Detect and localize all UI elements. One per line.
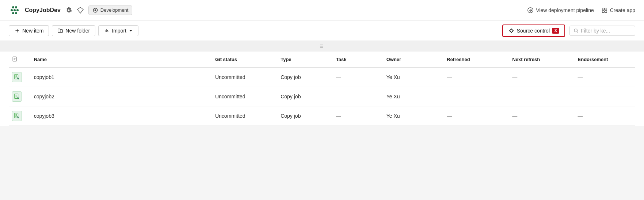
row-icon-cell [9,68,31,87]
row-next-refresh: — [509,87,575,106]
view-deployment-pipeline-button[interactable]: View deployment pipeline [527,7,594,14]
svg-rect-10 [602,8,604,10]
svg-point-1 [15,6,17,8]
toolbar-left: New item New folder Import [9,25,138,36]
create-app-label: Create app [610,7,635,13]
row-owner: Ye Xu [384,87,444,106]
col-header-task[interactable]: Task [333,52,384,68]
app-title: CopyJobDev [25,7,61,14]
svg-rect-25 [15,76,17,76]
svg-rect-35 [15,116,16,117]
col-header-icon [9,52,31,68]
row-name: copyjob3 [31,106,212,126]
import-label: Import [112,28,126,34]
header-right: View deployment pipeline Create app [527,7,635,14]
row-git-status: Uncommitted [212,68,278,87]
svg-point-0 [12,6,14,8]
source-control-badge: 3 [552,28,559,34]
svg-point-5 [12,12,14,14]
diamond-icon[interactable] [77,7,84,14]
row-task: — [333,68,384,87]
svg-rect-33 [15,114,17,115]
new-item-label: New item [22,28,43,34]
svg-point-8 [94,9,96,11]
col-header-nextrefresh[interactable]: Next refresh [509,52,575,68]
source-control-label: Source control [517,28,550,34]
row-endorsement: — [575,68,635,87]
table-header-row: Name Git status Type Task Owner Refreshe… [9,52,635,68]
pipeline-icon [527,7,534,14]
row-owner: Ye Xu [384,106,444,126]
toolbar-right: Source control 3 Filter by ke... [502,24,635,37]
svg-point-6 [15,12,17,14]
dev-badge-label: Development [100,7,129,13]
table-row[interactable]: copyjob2 Uncommitted Copy job — Ye Xu — … [9,87,635,106]
svg-point-3 [14,9,16,11]
svg-rect-30 [15,96,17,96]
search-icon [573,28,579,33]
row-owner: Ye Xu [384,68,444,87]
app-logo [9,4,20,16]
import-icon [104,28,110,34]
source-control-icon [508,27,515,34]
svg-marker-7 [77,7,83,13]
filter-placeholder: Filter by ke... [581,28,610,34]
source-control-button[interactable]: Source control 3 [502,24,565,37]
view-pipeline-label: View deployment pipeline [536,7,594,13]
filter-input-container[interactable]: Filter by ke... [569,26,635,36]
col-header-endorsement[interactable]: Endorsement [575,52,635,68]
row-task: — [333,87,384,106]
svg-rect-27 [15,78,16,78]
new-folder-label: New folder [65,28,90,34]
row-type: Copy job [278,106,333,126]
drag-handle[interactable]: ≡ [0,41,644,52]
row-name: copyjob2 [31,87,212,106]
chevron-down-icon [129,29,133,33]
row-next-refresh: — [509,106,575,126]
row-task: — [333,106,384,126]
svg-rect-31 [15,97,16,97]
table-row[interactable]: copyjob3 Uncommitted Copy job — Ye Xu — … [9,106,635,126]
col-header-type[interactable]: Type [278,52,333,68]
new-folder-button[interactable]: New folder [52,25,95,36]
import-button[interactable]: Import [98,25,138,36]
table-row[interactable]: copyjob1 Uncommitted Copy job — Ye Xu — … [9,68,635,87]
items-table: Name Git status Type Task Owner Refreshe… [9,52,635,126]
col-header-owner[interactable]: Owner [384,52,444,68]
environment-icon [92,7,98,13]
row-type: Copy job [278,87,333,106]
row-git-status: Uncommitted [212,106,278,126]
create-app-button[interactable]: Create app [601,7,635,14]
copyjob-icon [12,72,22,82]
svg-rect-13 [605,10,607,12]
row-refreshed: — [444,87,509,106]
dev-environment-badge[interactable]: Development [88,5,133,15]
toolbar: New item New folder Import Source contro… [0,20,644,41]
row-name: copyjob1 [31,68,212,87]
plus-icon [14,28,20,34]
svg-point-4 [16,9,19,11]
drag-handle-icon: ≡ [320,42,324,50]
col-header-name[interactable]: Name [31,52,212,68]
row-icon-cell [9,106,31,126]
row-next-refresh: — [509,68,575,87]
copyjob-icon [12,111,22,121]
row-refreshed: — [444,68,509,87]
svg-line-19 [577,31,578,33]
svg-rect-29 [15,95,17,95]
header: CopyJobDev Development View deployment p… [0,0,644,20]
table-container: Name Git status Type Task Owner Refreshe… [0,52,644,126]
row-icon-cell [9,87,31,106]
col-header-refreshed[interactable]: Refreshed [444,52,509,68]
app-icon [601,7,608,14]
svg-rect-12 [602,10,604,12]
svg-rect-34 [15,115,17,116]
settings-icon[interactable] [65,7,72,14]
svg-point-18 [574,29,577,32]
new-item-button[interactable]: New item [9,25,49,36]
svg-rect-26 [15,76,17,77]
folder-icon [57,28,63,34]
svg-rect-11 [605,8,607,10]
row-type: Copy job [278,68,333,87]
col-header-gitstatus[interactable]: Git status [212,52,278,68]
